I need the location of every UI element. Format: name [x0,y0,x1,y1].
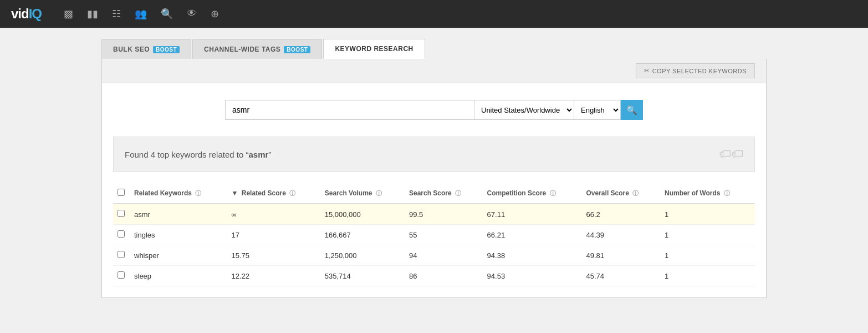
region-select[interactable]: United States/Worldwide United Kingdom C… [474,100,574,120]
select-all-checkbox[interactable] [118,189,125,196]
row-overall-score: 66.2 [582,204,660,225]
row-checkbox-cell [113,245,130,266]
row-overall-score: 44.39 [582,225,660,245]
competition-score-help-icon[interactable]: ⓘ [550,190,556,196]
related-keywords-help-icon[interactable]: ⓘ [195,190,201,196]
header-related-keywords-label: Related Keywords [134,189,192,197]
row-num-words: 1 [660,245,755,266]
keyword-search-input[interactable] [225,100,474,120]
header-search-score: Search Score ⓘ [405,183,483,204]
keywords-table: Related Keywords ⓘ ▼ Related Score ⓘ Sea… [113,183,755,286]
logo: vidIQ [11,6,42,22]
bar-chart-icon[interactable]: ▩ [64,8,73,20]
table-row: tingles 17 166,667 55 66.21 44.39 1 [113,225,755,245]
result-text-prefix: Found 4 top keywords related to “ [125,150,248,159]
search-button[interactable]: 🔍 [621,100,643,120]
row-keyword: tingles [130,225,227,245]
header-overall-score-label: Overall Score [586,189,629,197]
row-competition-score: 66.21 [483,225,582,245]
row-num-words: 1 [660,266,755,286]
copy-button-label: COPY SELECTED KEYWORDS [652,68,747,74]
header-related-score-label: Related Score [242,189,286,197]
logo-iq: IQ [29,6,42,21]
row-checkbox-cell [113,204,130,225]
tab-bulk-seo-badge: BOOST [153,46,180,53]
row-checkbox[interactable] [118,210,125,217]
tabs: BULK SEO BOOST CHANNEL-WIDE TAGS BOOST K… [101,39,767,59]
row-overall-score: 49.81 [582,245,660,266]
search-icon[interactable]: 🔍 [161,8,173,20]
video-icon[interactable]: ▮▮ [87,8,98,20]
table-wrap: Related Keywords ⓘ ▼ Related Score ⓘ Sea… [102,183,766,297]
result-banner-text: Found 4 top keywords related to “asmr” [125,150,271,159]
tab-bulk-seo-label: BULK SEO [113,46,150,53]
row-search-score: 94 [405,245,483,266]
related-score-help-icon[interactable]: ⓘ [289,190,295,196]
copy-selected-keywords-button[interactable]: ✂ COPY SELECTED KEYWORDS [636,63,755,78]
row-search-volume: 535,714 [320,266,405,286]
row-checkbox[interactable] [118,251,125,258]
tab-channel-wide-tags[interactable]: CHANNEL-WIDE TAGS BOOST [192,39,322,59]
tab-channel-wide-tags-label: CHANNEL-WIDE TAGS [204,46,280,53]
table-body: asmr ∞ 15,000,000 99.5 67.11 66.2 1 ting… [113,204,755,286]
tab-keyword-research-label: KEYWORD RESEARCH [335,45,413,53]
row-overall-score: 45.74 [582,266,660,286]
row-search-score: 99.5 [405,204,483,225]
table-header: Related Keywords ⓘ ▼ Related Score ⓘ Sea… [113,183,755,204]
header-competition-score-label: Competition Score [487,189,547,197]
row-related-score: 17 [227,225,320,245]
search-area: United States/Worldwide United Kingdom C… [102,83,766,137]
header-related-keywords: Related Keywords ⓘ [130,183,227,204]
table-row: sleep 12.22 535,714 86 94.53 45.74 1 [113,266,755,286]
plus-circle-icon[interactable]: ⊕ [211,8,219,20]
panel: ✂ COPY SELECTED KEYWORDS United States/W… [101,59,767,298]
row-related-score: 15.75 [227,245,320,266]
row-checkbox[interactable] [118,230,125,238]
row-keyword: sleep [130,266,227,286]
toolbar: ✂ COPY SELECTED KEYWORDS [102,59,766,83]
search-volume-help-icon[interactable]: ⓘ [376,190,382,196]
tab-channel-wide-tags-badge: BOOST [284,46,310,53]
header-num-words: Number of Words ⓘ [660,183,755,204]
table-row: asmr ∞ 15,000,000 99.5 67.11 66.2 1 [113,204,755,225]
row-keyword: asmr [130,204,227,225]
row-search-score: 55 [405,225,483,245]
row-keyword: whisper [130,245,227,266]
header-num-words-label: Number of Words [665,189,720,197]
row-search-score: 86 [405,266,483,286]
row-search-volume: 15,000,000 [320,204,405,225]
header-related-score[interactable]: ▼ Related Score ⓘ [227,183,320,204]
row-search-volume: 1,250,000 [320,245,405,266]
row-num-words: 1 [660,204,755,225]
row-competition-score: 67.11 [483,204,582,225]
tab-keyword-research[interactable]: KEYWORD RESEARCH [323,39,425,59]
search-button-icon: 🔍 [626,105,637,115]
copy-icon: ✂ [644,67,650,74]
tab-bulk-seo[interactable]: BULK SEO BOOST [101,39,191,59]
row-checkbox[interactable] [118,271,125,279]
main-content: BULK SEO BOOST CHANNEL-WIDE TAGS BOOST K… [101,28,767,298]
num-words-help-icon[interactable]: ⓘ [724,190,730,196]
eye-icon[interactable]: 👁 [187,8,197,20]
header-competition-score: Competition Score ⓘ [483,183,582,204]
header-search-volume: Search Volume ⓘ [320,183,405,204]
result-banner: Found 4 top keywords related to “asmr” 🏷… [113,137,755,172]
row-search-volume: 166,667 [320,225,405,245]
top-navigation: vidIQ ▩ ▮▮ ☷ 👥 🔍 👁 ⊕ [0,0,868,28]
row-related-score: ∞ [227,204,320,225]
row-num-words: 1 [660,225,755,245]
sort-icon: ▼ [232,189,238,197]
language-select[interactable]: English Spanish French German [574,100,621,120]
grid-icon[interactable]: ☷ [112,8,121,20]
result-keyword: asmr [248,150,268,159]
search-score-help-icon[interactable]: ⓘ [455,190,461,196]
row-related-score: 12.22 [227,266,320,286]
overall-score-help-icon[interactable]: ⓘ [632,190,639,196]
header-search-volume-label: Search Volume [325,189,372,197]
people-icon[interactable]: 👥 [135,8,147,20]
header-search-score-label: Search Score [409,189,452,197]
nav-icons: ▩ ▮▮ ☷ 👥 🔍 👁 ⊕ [64,8,219,20]
row-competition-score: 94.53 [483,266,582,286]
row-competition-score: 94.38 [483,245,582,266]
header-checkbox-cell [113,183,130,204]
